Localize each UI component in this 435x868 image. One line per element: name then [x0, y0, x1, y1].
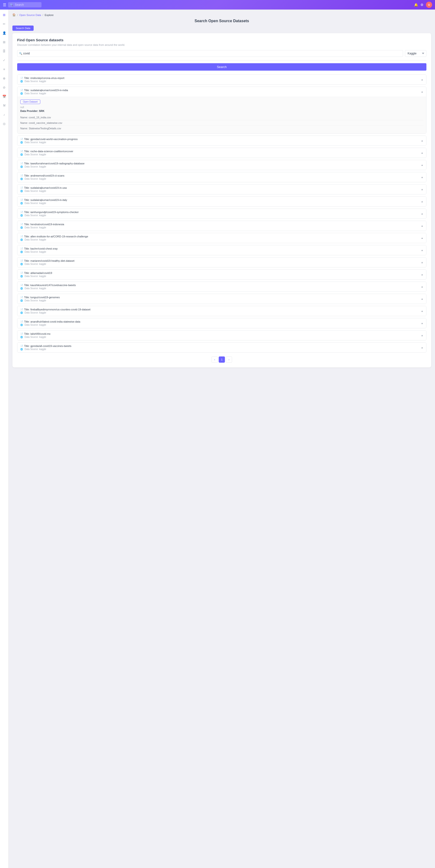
- result-source-7: Data Source: kaggle: [20, 190, 67, 192]
- result-header-12[interactable]: Title: bachrr/covid-chest-xray Data Sour…: [18, 245, 426, 255]
- result-header-20[interactable]: Title: gpreda/all-covid19-vaccines-tweet…: [18, 343, 426, 352]
- result-title-10: Title: hendratno/covid19-indonesia: [20, 223, 64, 226]
- result-source-11: Data Source: kaggle: [20, 238, 88, 241]
- doc-icon-16: [20, 296, 24, 299]
- result-header-18[interactable]: Title: anandhuh/latest-covid-india-state…: [18, 318, 426, 328]
- result-source-14: Data Source: kaggle: [20, 275, 52, 277]
- doc-icon-9: [20, 211, 24, 214]
- menu-icon[interactable]: ☰: [3, 3, 6, 7]
- sidebar: ⊞ ✏ 👤 ⊞ 🗄 ✓ ≡ ⊕ ⊘ 📅 ⚒ ♪ ◎: [0, 9, 9, 868]
- result-header-2[interactable]: Title: sudalairajkumar/covid19-in-india …: [18, 87, 426, 97]
- prev-page-button[interactable]: ‹: [211, 356, 218, 363]
- next-page-button[interactable]: ›: [226, 356, 232, 363]
- result-header-15[interactable]: Title: kaushiksuresh147/covidvaccine-twe…: [18, 282, 426, 291]
- avatar[interactable]: U: [426, 2, 432, 8]
- result-item: Title: imdevskp/corona-virus-report Data…: [17, 74, 426, 85]
- result-expanded-2: Open Dataset null Data Provider: SRK Nam…: [18, 97, 426, 133]
- result-header-5[interactable]: Title: tawsifurrahman/covid19-radiograph…: [18, 160, 426, 170]
- result-header-1[interactable]: Title: imdevskp/corona-virus-report Data…: [18, 75, 426, 85]
- globe-icon-3: [20, 141, 24, 144]
- doc-icon-13: [20, 259, 24, 262]
- result-header-8[interactable]: Title: sudalairajkumar/covid19-in-italy …: [18, 196, 426, 206]
- search-input[interactable]: [17, 50, 403, 57]
- source-select[interactable]: Kaggle GitHub UCI: [405, 50, 426, 57]
- sidebar-icon-check[interactable]: ✓: [1, 57, 7, 63]
- globe-icon-12: [20, 250, 24, 253]
- result-title-5: Title: tawsifurrahman/covid19-radiograph…: [20, 162, 85, 165]
- result-source-2: Data Source: kaggle: [20, 92, 68, 95]
- settings-icon[interactable]: ⚙: [421, 3, 424, 7]
- result-item: Title: lalish99/covid-mx Data Source: ka…: [17, 330, 426, 340]
- globe-icon-1: [20, 80, 24, 83]
- result-title-19: Title: lalish99/covid-mx: [20, 332, 51, 335]
- result-header-11[interactable]: Title: allen-institute-for-ai/CORD-19-re…: [18, 233, 426, 243]
- result-title-block-10: Title: hendratno/covid19-indonesia Data …: [20, 223, 64, 229]
- home-icon[interactable]: 🏠: [12, 13, 16, 17]
- result-header-13[interactable]: Title: mariaren/covid19-healthy-diet-dat…: [18, 257, 426, 267]
- result-header-3[interactable]: Title: gpreda/covid-world-vaccination-pr…: [18, 136, 426, 146]
- result-header-19[interactable]: Title: lalish99/covid-mx Data Source: ka…: [18, 331, 426, 340]
- chevron-icon-20: ▲: [421, 346, 423, 349]
- chevron-icon-12: ▲: [421, 249, 423, 251]
- result-item: Title: roche-data-science-coalition/unco…: [17, 148, 426, 158]
- sidebar-icon-calendar[interactable]: 📅: [1, 94, 7, 99]
- globe-icon-18: [20, 323, 24, 326]
- result-header-7[interactable]: Title: sudalairajkumar/covid19-in-usa Da…: [18, 184, 426, 194]
- doc-icon-17: [20, 308, 24, 311]
- sidebar-icon-edit[interactable]: ✏: [1, 21, 7, 27]
- globe-icon-4: [20, 153, 24, 156]
- result-header-17[interactable]: Title: fireballbyedimyrnmom/us-counties-…: [18, 306, 426, 316]
- sidebar-icon-circle[interactable]: ◎: [1, 121, 7, 126]
- doc-icon-14: [20, 272, 24, 274]
- open-dataset-button-2[interactable]: Open Dataset: [20, 99, 40, 104]
- bell-icon[interactable]: 🔔: [414, 3, 418, 7]
- navbar-left: ☰ 🔍: [3, 2, 41, 7]
- sidebar-icon-tag[interactable]: ⊘: [1, 85, 7, 90]
- globe-icon-14: [20, 275, 24, 277]
- navbar: ☰ 🔍 🔔 ⚙ U: [0, 0, 435, 9]
- search-button[interactable]: Search: [17, 63, 426, 71]
- page-1-button[interactable]: 1: [219, 356, 225, 363]
- doc-icon-4: [20, 150, 24, 153]
- search-row: 🔍 Kaggle GitHub UCI: [17, 50, 426, 60]
- globe-icon-15: [20, 287, 24, 290]
- chevron-icon-10: ▲: [421, 224, 423, 227]
- result-item: Title: fireballbyedimyrnmom/us-counties-…: [17, 306, 426, 316]
- sidebar-icon-music[interactable]: ♪: [1, 112, 7, 117]
- result-header-9[interactable]: Title: iamhungundji/covid19-symptoms-che…: [18, 209, 426, 219]
- result-header-4[interactable]: Title: roche-data-science-coalition/unco…: [18, 148, 426, 158]
- globe-icon-10: [20, 226, 24, 229]
- result-source-1: Data Source: kaggle: [20, 80, 64, 83]
- file-name: Name: covid_vaccine_statewise.csv: [20, 120, 423, 126]
- result-title-block-6: Title: andrewmvd/covid19-ct-scans Data S…: [20, 174, 64, 180]
- result-header-10[interactable]: Title: hendratno/covid19-indonesia Data …: [18, 221, 426, 231]
- sidebar-icon-grid[interactable]: ⊞: [1, 39, 7, 45]
- result-source-8: Data Source: kaggle: [20, 202, 67, 205]
- sidebar-icon-users[interactable]: 👤: [1, 30, 7, 36]
- navbar-search-icon: 🔍: [10, 3, 13, 6]
- result-header-6[interactable]: Title: andrewmvd/covid19-ct-scans Data S…: [18, 172, 426, 182]
- sidebar-icon-layers[interactable]: ≡: [1, 66, 7, 72]
- result-header-16[interactable]: Title: tunguz/covid19-genomes Data Sourc…: [18, 294, 426, 304]
- result-source-20: Data Source: kaggle: [20, 348, 71, 350]
- result-header-14[interactable]: Title: atilamadai/covid19 Data Source: k…: [18, 270, 426, 279]
- sidebar-icon-globe[interactable]: ⊕: [1, 75, 7, 81]
- card-heading: Find Open Source datasets: [17, 38, 426, 42]
- result-item: Title: mariaren/covid19-healthy-diet-dat…: [17, 257, 426, 268]
- chevron-icon-6: ▲: [421, 176, 423, 179]
- globe-icon-8: [20, 202, 24, 205]
- chevron-icon-11: ▲: [421, 237, 423, 239]
- sidebar-icon-tool[interactable]: ⚒: [1, 102, 7, 108]
- chevron-icon-2: ▲: [421, 90, 423, 93]
- result-title-8: Title: sudalairajkumar/covid19-in-italy: [20, 198, 67, 202]
- main-layout: ⊞ ✏ 👤 ⊞ 🗄 ✓ ≡ ⊕ ⊘ 📅 ⚒ ♪ ◎ 🏠 / Open Sourc…: [0, 9, 435, 868]
- sidebar-icon-home[interactable]: ⊞: [1, 12, 7, 18]
- result-title-block-12: Title: bachrr/covid-chest-xray Data Sour…: [20, 247, 58, 253]
- doc-icon-2: [20, 89, 24, 92]
- tab-search-data[interactable]: Search Data: [12, 26, 34, 31]
- breadcrumb-open-source[interactable]: Open Source Data: [19, 13, 41, 17]
- doc-icon-6: [20, 174, 24, 177]
- result-item: Title: tawsifurrahman/covid19-radiograph…: [17, 160, 426, 170]
- result-title-17: Title: fireballbyedimyrnmom/us-counties-…: [20, 308, 90, 311]
- sidebar-icon-database[interactable]: 🗄: [1, 48, 7, 54]
